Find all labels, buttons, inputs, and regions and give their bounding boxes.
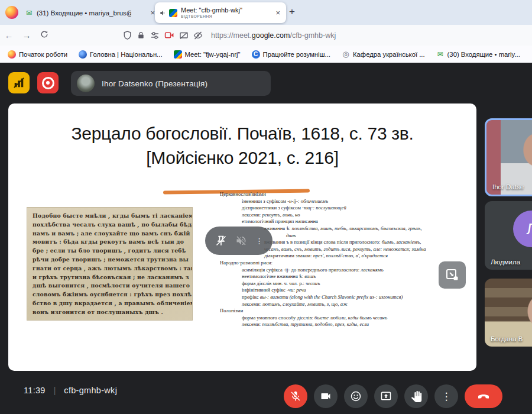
manuscript-line: намъ и вамъ ; але слоухайте що вамъ снъ … [33,229,187,238]
forward-button[interactable]: → [18,30,35,40]
slide-note-line: Полонізми [220,308,472,315]
record-button[interactable] [37,72,59,93]
present-screen-button[interactable] [374,384,398,408]
manuscript-line: бство в дшу вкрадается , а правымъ облич… [33,299,187,308]
present-icon [380,390,392,402]
back-button[interactable]: ← [0,30,18,40]
tab-close-icon[interactable]: × [274,8,281,17]
bookmark-item[interactable]: ◎ Кафедра української ... [342,50,425,59]
bookmark-icon: C [252,50,260,59]
slide-note-line: форма умовного способу дієслів: бысте лю… [220,315,472,322]
videocam-icon [320,390,332,402]
browser-window: ✉ (31) Входящие • mariya_brus@ × Meet: "… [0,0,532,414]
audio-muted-icon[interactable] [235,235,247,247]
slide-note-line: асиміляція суфікса -ij- до попереднього … [220,267,472,274]
divider: | [54,386,56,395]
record-icon [42,77,54,89]
url-domain: google.com [252,31,290,40]
screenshare-blocked-icon[interactable] [179,31,189,40]
manuscript-line: бре ; если ты бло творишъ , годитъ лися … [33,247,187,255]
reload-button[interactable] [35,30,53,40]
eye-blocked-icon[interactable] [193,31,203,40]
manuscript-line: вонъ изгонится от послушаныхъ дшъ . [33,308,187,317]
call-end-icon [476,389,491,403]
slide-title-line1: Зерцало богословії. Почаїв, 1618, с. 73 … [8,121,476,145]
tab-meet-active[interactable]: Meet: "cfb-gmhb-wkj" ВІДТВОРЕННЯ × [155,2,286,23]
bookmark-item[interactable]: C Працюйте розумніш... [252,50,330,59]
raise-hand-button[interactable] [404,384,428,408]
slide-notes-block: Церковнослов'янізми іменники з суфіксом … [220,191,472,328]
manuscript-line: гнати от серца , ажъ лютымъ лѣкарствомъ … [33,264,187,273]
slide-note-line: лексеми: похлѣбства, трутизна, подобно, … [220,321,472,328]
slide-title-line2: [Мойсієнко 2021, с. 216] [8,145,476,170]
slide-note-line: іменники з суфіксом -н-ij-: обличениемъ [220,198,472,205]
bookmark-label: Кафедра української ... [353,51,425,58]
manuscript-line: дшѣ выгонится , посмѣлости оучителя наше… [33,282,187,290]
blocker-icon [13,77,25,89]
mail-icon: ✉ [25,9,33,17]
camera-active-icon[interactable] [164,30,174,40]
new-tab-button[interactable]: + [285,5,299,19]
mic-off-icon [290,390,301,402]
slide-title: Зерцало богословії. Почаїв, 1618, с. 73 … [8,121,476,170]
more-options-button[interactable]: ⋮ [434,384,458,408]
participant-name-label: Ihor Datse [492,183,524,190]
presenter-pill[interactable]: Ihor Datsenko (Презентація) [71,71,271,96]
bookmarks-bar: Початок роботи Головна | Національн... M… [0,46,532,63]
bookmark-item[interactable]: Meet: "fjw-yqaj-nrj" [174,50,241,59]
slide-note-line: префікс вы-: вигнати (along with the Chu… [220,294,472,301]
url-path: /cfb-gmhb-wkj [290,31,336,40]
meeting-info: 11:39 | cfb-gmhb-wkj [24,386,117,395]
participant-tile-liudmyla[interactable]: Л Людмила [485,201,532,270]
camera-button[interactable] [314,384,338,408]
slide-note-line: етимологічний принцип написання [220,218,472,225]
manuscript-line: мовитъ : бѣда кгды рекоутъ вамъ всѣ тыи … [33,238,187,247]
tab-mail-title: (31) Входящие • mariya_brus@ [37,9,131,17]
presenter-avatar [77,75,95,92]
participant-tile-ihor[interactable]: Ihor Datse [485,118,532,196]
leave-call-button[interactable] [465,384,502,408]
bookmark-label: Meet: "fjw-yqaj-nrj" [185,51,241,58]
picture-in-picture-button[interactable] [439,261,466,289]
url-bar[interactable]: https://meet.google.com/cfb-gmhb-wkj [123,30,336,40]
bookmark-icon: ✉ [436,50,445,59]
shared-presentation-slide: Зерцало богословії. Почаїв, 1618, с. 73 … [8,104,476,371]
unpin-icon[interactable] [215,235,227,247]
tracking-shield-icon[interactable] [123,31,132,40]
tab-audio-playing-icon [160,10,166,16]
slide-note-line: дієприкметники з суфіксом -ющ-: послушаю… [220,205,472,212]
url-scheme: https://meet. [211,31,252,40]
tab-bar: ✉ (31) Входящие • mariya_brus@ × Meet: "… [0,0,532,25]
meet-logo-icon [169,9,177,17]
bookmark-item[interactable]: Головна | Національн... [79,50,163,59]
smiley-icon [350,390,362,402]
firefox-logo-icon[interactable] [5,6,18,19]
slide-note-line: неетимологічне вживання ѣ: вашъ [220,273,472,280]
navigation-toolbar: ← → https://meet.google.com/cf [0,25,532,46]
slide-note-line: лексеми: рекоутъ, вонъ, но [220,212,472,219]
clock-time: 11:39 [24,386,46,395]
participant-tile-bohdana[interactable]: Богдана В [485,279,532,347]
slide-note-line: Церковнослов'янізми [220,191,472,198]
presenter-name: Ihor Datsenko (Презентація) [102,79,207,88]
bookmark-item[interactable]: Початок роботи [8,50,67,59]
mic-mute-button[interactable] [284,384,307,408]
hand-icon [411,391,422,402]
bookmark-label: Початок роботи [19,51,67,58]
url-text[interactable]: https://meet.google.com/cfb-gmhb-wkj [211,31,336,40]
permissions-icon[interactable] [150,31,160,40]
bookmark-label: (30) Входящие • mariy... [447,51,520,58]
bookmark-icon [79,50,87,59]
tab-meet-title: Meet: "cfb-gmhb-wkj" [181,7,242,14]
lock-icon[interactable] [137,31,145,40]
extension-button-yellow[interactable] [8,72,30,93]
tile-hover-controls: ⋮ [205,227,273,255]
manuscript-line: и грѣхъ трутизна бѣсовъская ; не ласканя… [33,273,187,282]
reactions-button[interactable] [344,384,368,408]
bookmark-item[interactable]: ✉ (30) Входящие • mariy... [436,50,520,59]
tab-mail[interactable]: ✉ (31) Входящие • mariya_brus@ × [20,4,161,22]
tile-more-options-icon[interactable]: ⋮ [255,237,263,245]
manuscript-line: похлѣбства чесалъ слуха вашѣ , по былабы… [33,221,187,229]
slide-note-line: інфінітивний суфікс -чи: речи [220,287,472,294]
manuscript-image: Подобно бысте мнѣли , кгды бымъ ті ласка… [27,207,193,321]
